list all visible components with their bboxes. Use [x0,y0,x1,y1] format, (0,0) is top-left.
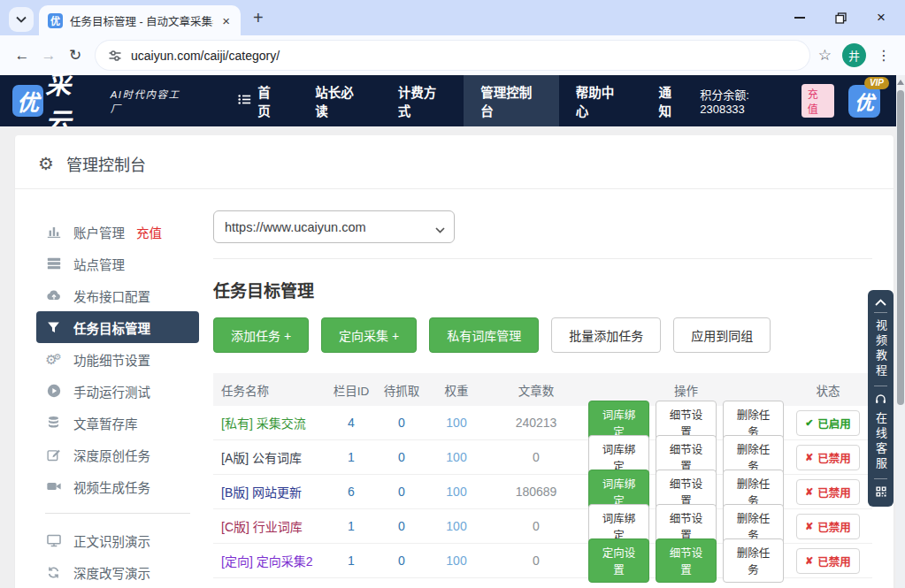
sidebar-item-6[interactable]: 手动运行测试 [36,375,199,407]
row-actions: 定向设置细节设置删除任务 [588,538,784,583]
sidebar-item-7[interactable]: 文章暂存库 [36,407,199,439]
x-icon: ✘ [805,555,813,567]
weight-value[interactable]: 100 [429,554,484,568]
headset-icon[interactable] [874,393,887,406]
sidebar-item-11[interactable]: 正文识别演示 [36,524,199,556]
action-button-1[interactable]: 添加任务 + [213,317,309,353]
user-avatar[interactable]: 优 VIP [848,85,880,118]
credits-value: 2308333 [700,103,745,116]
sidebar-item-8[interactable]: 深度原创任务 [36,439,199,470]
pending-value[interactable]: 0 [374,485,429,499]
sidebar-item-label: 站点管理 [73,255,125,273]
sidebar-item-label: 正文识别演示 [73,531,150,550]
window-minimize-button[interactable] [794,17,805,19]
back-button[interactable]: ← [9,47,35,65]
qr-code-icon[interactable] [875,485,887,498]
status-button[interactable]: ✘已禁用 [796,514,860,539]
pending-value[interactable]: 0 [374,519,429,533]
status-button[interactable]: ✘已禁用 [796,548,860,574]
action-button-4[interactable]: 批量添加任务 [551,317,661,353]
articles-count: 180689 [484,485,588,499]
sidebar-item-3[interactable]: 发布接口配置 [36,279,199,311]
edit-icon [45,447,62,462]
column-header: 待抓取 [374,381,429,399]
column-header: 任务名称 [213,381,328,399]
browser-tab[interactable]: 优 任务目标管理 - 自动文章采集器 × [39,5,241,35]
action-button-2[interactable]: 定向采集 + [321,317,417,353]
column-header: 权重 [429,381,484,399]
op-button[interactable]: 细节设置 [656,538,717,583]
bookmark-star-icon[interactable]: ☆ [818,46,832,65]
column-header: 操作 [588,381,784,399]
database-icon [45,415,62,431]
sidebar-item-label: 深度原创任务 [73,446,150,464]
action-button-5[interactable]: 应用到同组 [673,317,771,353]
recharge-button[interactable]: 充值 [801,84,834,118]
pending-value[interactable]: 0 [374,416,429,430]
column-id-value[interactable]: 1 [328,450,374,464]
scroll-up-arrow[interactable] [897,80,904,85]
nav-item-2[interactable]: 站长必读 [298,75,381,126]
sidebar-item-12[interactable]: 深度改写演示 [36,556,199,588]
online-service-link[interactable]: 在线客服 [872,412,889,472]
nav-item-1[interactable]: 首页 [221,75,298,126]
pending-value[interactable]: 0 [374,450,429,464]
nav-item-label: 帮助中心 [576,82,625,119]
nav-item-label: 计费方式 [398,82,448,119]
articles-count: 0 [484,519,588,533]
sidebar-item-1[interactable]: 账户管理充值 [36,216,199,248]
play-icon [45,383,62,399]
status-button[interactable]: ✔已启用 [796,410,860,436]
sidebar-item-5[interactable]: ⚙⚙功能细节设置 [36,343,199,375]
funnel-icon [45,320,62,335]
nav-item-6[interactable]: 通知 [641,75,700,126]
op-button[interactable]: 定向设置 [588,538,649,583]
weight-value[interactable]: 100 [429,450,484,464]
column-id-value[interactable]: 4 [328,416,374,430]
sidebar: 账户管理充值站点管理发布接口配置任务目标管理⚙⚙功能细节设置手动运行测试文章暂存… [15,216,213,588]
nav-item-4[interactable]: 管理控制台 [464,75,558,126]
tab-close-icon[interactable]: × [220,13,232,28]
tab-search-button[interactable] [9,7,34,32]
sidebar-item-9[interactable]: 视频生成任务 [36,470,199,502]
new-tab-button[interactable]: + [253,9,264,27]
avatar-char: 优 [855,87,874,115]
status-cell: ✘已禁用 [784,514,872,539]
weight-value[interactable]: 100 [429,485,484,499]
browser-menu-icon[interactable]: ⋮ [877,47,891,64]
column-id-value[interactable]: 6 [328,485,374,499]
column-id-value[interactable]: 1 [328,554,374,568]
status-cell: ✘已禁用 [784,548,872,574]
task-name: [定向] 定向采集2 [213,552,328,569]
action-button-3[interactable]: 私有词库管理 [429,317,539,353]
logo-icon[interactable]: 优 [12,85,43,117]
collapse-chevron-icon[interactable] [875,299,886,306]
sidebar-item-label: 深度改写演示 [73,563,150,582]
video-tutorial-link[interactable]: 视频教程 [872,319,889,379]
status-button[interactable]: ✘已禁用 [796,445,860,470]
forward-button[interactable]: → [35,47,62,65]
nav-item-3[interactable]: 计费方式 [381,75,464,126]
site-select[interactable]: https://www.ucaiyun.com [213,210,455,243]
op-button[interactable]: 删除任务 [723,538,784,583]
sidebar-item-2[interactable]: 站点管理 [36,248,199,279]
pending-value[interactable]: 0 [374,554,429,568]
address-bar[interactable]: ucaiyun.com/caiji/category/ [96,41,809,70]
window-restore-button[interactable] [835,12,847,24]
page-scrollbar[interactable] [896,75,905,588]
weight-value[interactable]: 100 [429,416,484,430]
sidebar-item-4[interactable]: 任务目标管理 [36,311,199,343]
weight-value[interactable]: 100 [429,519,484,533]
nav-item-5[interactable]: 帮助中心 [559,75,642,126]
browser-profile-avatar[interactable]: 井 [842,43,866,67]
reload-button[interactable]: ↻ [62,46,88,65]
scrollbar-thumb[interactable] [897,90,904,405]
sidebar-item-label: 发布接口配置 [73,286,150,305]
window-close-button[interactable]: × [877,9,886,27]
column-id-value[interactable]: 1 [328,519,374,533]
sidebar-recharge-link[interactable]: 充值 [136,223,162,241]
status-button[interactable]: ✘已禁用 [796,479,860,505]
page-title: 管理控制台 [66,152,146,175]
card-header: ⚙ 管理控制台 [15,135,893,189]
sidebar-item-label: 功能细节设置 [73,350,150,369]
